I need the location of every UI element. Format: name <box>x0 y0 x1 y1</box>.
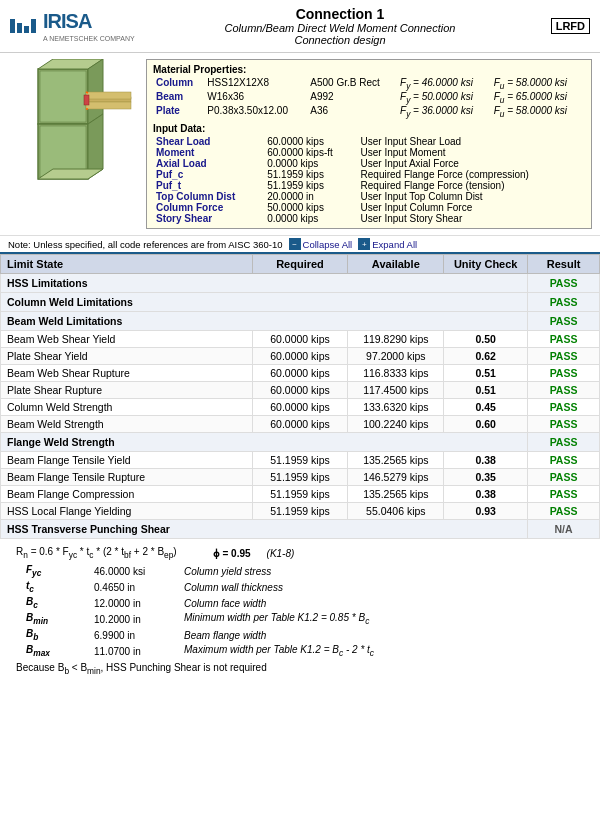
bmin-desc: Minimum width per Table K1.2 = 0.85 * Bc <box>180 611 590 627</box>
svg-line-12 <box>86 92 88 93</box>
input-row-1: Moment 60.0000 kips-ft User Input Moment <box>153 147 585 158</box>
page-header: IRISA A NEMETSCHEK COMPANY Connection 1 … <box>0 0 600 53</box>
bws-result: PASS <box>528 416 600 433</box>
bwsy-unity: 0.50 <box>444 331 528 348</box>
svg-marker-3 <box>88 59 103 124</box>
col-weld-lim-label: Column Weld Limitations <box>1 293 528 312</box>
beam-grade: A992 <box>307 91 397 105</box>
bfc-avail: 135.2565 kips <box>348 486 444 503</box>
hss-ref: (K1-8) <box>267 548 295 559</box>
material-title: Material Properties: <box>153 64 585 75</box>
colforce-label: Column Force <box>153 202 264 213</box>
connection-subtitle: Column/Beam Direct Weld Moment Connectio… <box>140 22 540 34</box>
bws-unity: 0.60 <box>444 416 528 433</box>
cws-label: Column Weld Strength <box>1 399 253 416</box>
shear-desc: User Input Shear Load <box>358 136 585 147</box>
table-row: Flange Weld Strength PASS <box>1 433 600 452</box>
col-available: Available <box>348 255 444 274</box>
tc-desc: Column wall thickness <box>180 579 590 595</box>
psr-label: Plate Shear Rupture <box>1 382 253 399</box>
pufc-desc: Required Flange Force (compression) <box>358 169 585 180</box>
bwsr-req: 60.0000 kips <box>252 365 348 382</box>
beam-fu: Fu = 65.0000 ksi <box>491 91 585 105</box>
table-row: Beam Flange Tensile Rupture 51.1959 kips… <box>1 469 600 486</box>
expand-icon: + <box>358 238 370 250</box>
connection-title: Connection 1 <box>140 6 540 22</box>
shear-label: Shear Load <box>153 136 264 147</box>
hss-phi: ϕ = 0.95 <box>213 548 251 559</box>
column-fy: Fy = 46.0000 ksi <box>397 77 491 91</box>
bmax-value: 11.0700 in <box>90 643 180 659</box>
fyc-symbol: Fyc <box>10 563 90 579</box>
input-row-5: Top Column Dist 20.0000 in User Input To… <box>153 191 585 202</box>
plate-grade: A36 <box>307 105 397 119</box>
moment-value: 60.0000 kips-ft <box>264 147 357 158</box>
pufc-value: 51.1959 kips <box>264 169 357 180</box>
table-row: Column Weld Limitations PASS <box>1 293 600 312</box>
bc-desc: Column face width <box>180 595 590 611</box>
table-row: HSS Limitations PASS <box>1 274 600 293</box>
bwsr-result: PASS <box>528 365 600 382</box>
properties-box: Material Properties: Column HSS12X12X8 A… <box>146 59 592 229</box>
results-table: Limit State Required Available Unity Che… <box>0 254 600 539</box>
bwsy-avail: 119.8290 kips <box>348 331 444 348</box>
colforce-value: 50.0000 kips <box>264 202 357 213</box>
table-row: HSS Transverse Punching Shear N/A <box>1 520 600 539</box>
puft-label: Puf_t <box>153 180 264 191</box>
beam-label: Beam <box>153 91 204 105</box>
logo-icon <box>10 19 36 33</box>
psy-unity: 0.62 <box>444 348 528 365</box>
moment-desc: User Input Moment <box>358 147 585 158</box>
connection-sub2: Connection design <box>140 34 540 46</box>
bwsy-req: 60.0000 kips <box>252 331 348 348</box>
htps-result: N/A <box>528 520 600 539</box>
psy-req: 60.0000 kips <box>252 348 348 365</box>
svg-rect-7 <box>84 95 89 105</box>
hss-param-fyc: Fyc 46.0000 ksi Column yield stress <box>10 563 590 579</box>
hss-param-bmax: Bmax 11.0700 in Maximum width per Table … <box>10 643 590 659</box>
beam-weld-lim-label: Beam Weld Limitations <box>1 312 528 331</box>
collapse-all-button[interactable]: − Collapse All <box>289 238 353 250</box>
header-center: Connection 1 Column/Beam Direct Weld Mom… <box>140 6 540 46</box>
expand-all-button[interactable]: + Expand All <box>358 238 417 250</box>
table-header-row: Limit State Required Available Unity Che… <box>1 255 600 274</box>
psr-req: 60.0000 kips <box>252 382 348 399</box>
tc-symbol: tc <box>10 579 90 595</box>
table-row: Beam Flange Tensile Yield 51.1959 kips 1… <box>1 452 600 469</box>
hss-lim-label: HSS Limitations <box>1 274 528 293</box>
topcol-value: 20.0000 in <box>264 191 357 202</box>
column-section: HSS12X12X8 <box>204 77 307 91</box>
logo-bar-3 <box>24 26 29 33</box>
bfty-req: 51.1959 kips <box>252 452 348 469</box>
hss-params-table: Fyc 46.0000 ksi Column yield stress tc 0… <box>10 563 590 659</box>
cws-avail: 133.6320 kips <box>348 399 444 416</box>
psy-label: Plate Shear Yield <box>1 348 253 365</box>
fws-result: PASS <box>528 433 600 452</box>
note-text: Note: Unless specified, all code referen… <box>8 239 283 250</box>
bftr-req: 51.1959 kips <box>252 469 348 486</box>
material-table: Column HSS12X12X8 A500 Gr.B Rect Fy = 46… <box>153 77 585 119</box>
bmax-desc: Maximum width per Table K1.2 = Bc - 2 * … <box>180 643 590 659</box>
pufc-label: Puf_c <box>153 169 264 180</box>
table-row: Beam Flange Compression 51.1959 kips 135… <box>1 486 600 503</box>
bftr-label: Beam Flange Tensile Rupture <box>1 469 253 486</box>
bb-value: 6.9900 in <box>90 627 180 643</box>
axial-desc: User Input Axial Force <box>358 158 585 169</box>
table-row: Beam Weld Limitations PASS <box>1 312 600 331</box>
input-row-4: Puf_t 51.1959 kips Required Flange Force… <box>153 180 585 191</box>
bftr-avail: 146.5279 kips <box>348 469 444 486</box>
lrfd-badge: LRFD <box>551 18 590 34</box>
beam-row: Beam W16x36 A992 Fy = 50.0000 ksi Fu = 6… <box>153 91 585 105</box>
input-row-0: Shear Load 60.0000 kips User Input Shear… <box>153 136 585 147</box>
psr-unity: 0.51 <box>444 382 528 399</box>
bwsy-result: PASS <box>528 331 600 348</box>
column-grade: A500 Gr.B Rect <box>307 77 397 91</box>
table-row: Beam Web Shear Rupture 60.0000 kips 116.… <box>1 365 600 382</box>
hss-equation: Rn = 0.6 * Fyc * tc * (2 * tbf + 2 * Bep… <box>16 546 177 560</box>
expand-label: Expand All <box>372 239 417 250</box>
htps-label: HSS Transverse Punching Shear <box>1 520 528 539</box>
topcol-desc: User Input Top Column Dist <box>358 191 585 202</box>
column-row: Column HSS12X12X8 A500 Gr.B Rect Fy = 46… <box>153 77 585 91</box>
input-row-7: Story Shear 0.0000 kips User Input Story… <box>153 213 585 224</box>
column-label: Column <box>153 77 204 91</box>
